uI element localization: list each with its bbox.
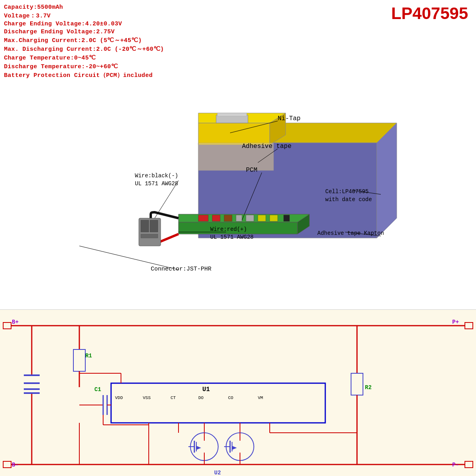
label-adhesive-kapton: Adhesive tape Kapton	[317, 230, 384, 236]
spec-charge-temp: Charge Temperature:0~45℃	[4, 54, 164, 61]
label-ni-tap: Ni-Tap	[278, 115, 301, 122]
svg-marker-4	[198, 123, 270, 145]
svg-text:CT: CT	[171, 395, 176, 400]
svg-text:DO: DO	[198, 395, 204, 400]
label-wire-black: Wire:black(-)	[135, 173, 178, 179]
spec-discharge-temp: Discharge Temperature:-20~+60℃	[4, 63, 164, 70]
svg-rect-16	[270, 215, 278, 221]
svg-rect-42	[465, 461, 473, 468]
label-ul-awg28-top: UL 1571 AWG28	[135, 180, 178, 187]
svg-text:U2: U2	[214, 470, 221, 476]
spec-discharge-ending: Discharge Ending Voltage:2.75V	[4, 29, 164, 35]
spec-charge-ending: Charge Ending Voltage:4.20±0.03V	[4, 21, 164, 27]
label-connector: Connector:JST-PHR	[151, 266, 211, 273]
svg-rect-22	[141, 234, 158, 238]
svg-text:R2: R2	[365, 384, 372, 391]
label-with-date: with date code	[325, 196, 372, 203]
svg-rect-12	[224, 215, 232, 221]
svg-rect-54	[111, 383, 325, 423]
spec-max-charging: Max.Charging Current:2.0C (5℃～+45℃)	[4, 36, 164, 44]
svg-rect-14	[246, 215, 254, 221]
svg-rect-10	[198, 215, 208, 221]
svg-text:B-: B-	[12, 462, 19, 468]
specs-section: Capacity:5500mAh Voltage：3.7V Charge End…	[4, 4, 164, 79]
svg-text:VDD: VDD	[115, 395, 123, 400]
spec-protection: Battery Protection Circuit（PCM）included	[4, 71, 164, 79]
label-wire-red: Wire:red(+)	[210, 226, 247, 232]
label-pcm: PCM	[246, 167, 257, 174]
svg-marker-3	[377, 123, 397, 238]
spec-voltage: Voltage：3.7V	[4, 12, 164, 19]
svg-rect-13	[236, 215, 242, 221]
svg-text:B+: B+	[12, 319, 19, 325]
svg-text:C1: C1	[94, 386, 101, 393]
svg-rect-21	[150, 220, 158, 232]
diagram-section: Ni-Tap Adhesive tape PCM Wire:black(-) U…	[0, 111, 476, 309]
spec-capacity: Capacity:5500mAh	[4, 4, 164, 11]
svg-rect-20	[141, 220, 149, 232]
svg-rect-40	[465, 322, 473, 329]
label-cell: Cell:LP407595	[325, 188, 369, 195]
label-adhesive-tape: Adhesive tape	[242, 143, 292, 150]
svg-text:VM: VM	[258, 395, 263, 400]
svg-text:U1: U1	[202, 386, 210, 393]
product-title: LP407595	[391, 4, 468, 23]
svg-rect-36	[3, 322, 11, 329]
svg-rect-24	[217, 113, 247, 116]
svg-rect-17	[284, 215, 290, 221]
battery-diagram	[119, 111, 476, 309]
circuit-diagram: B+ B- P+ P- R1 U1 VDD VSS CT DO	[0, 310, 476, 476]
svg-text:P-: P-	[452, 462, 459, 468]
svg-marker-9	[178, 214, 309, 222]
svg-rect-96	[351, 373, 363, 395]
svg-text:R1: R1	[85, 353, 92, 359]
svg-rect-51	[73, 349, 85, 371]
svg-text:P+: P+	[452, 319, 459, 325]
svg-text:VSS: VSS	[143, 395, 151, 400]
label-ul-awg28-bottom: UL 1571 AWG28	[210, 234, 253, 240]
svg-text:CO: CO	[228, 395, 234, 400]
svg-rect-15	[258, 215, 266, 221]
spec-max-discharging: Max. Discharging Current:2.0C (-20℃～+60℃…	[4, 45, 164, 53]
svg-rect-11	[212, 215, 220, 221]
circuit-section: B+ B- P+ P- R1 U1 VDD VSS CT DO	[0, 309, 476, 476]
svg-rect-38	[3, 461, 11, 468]
